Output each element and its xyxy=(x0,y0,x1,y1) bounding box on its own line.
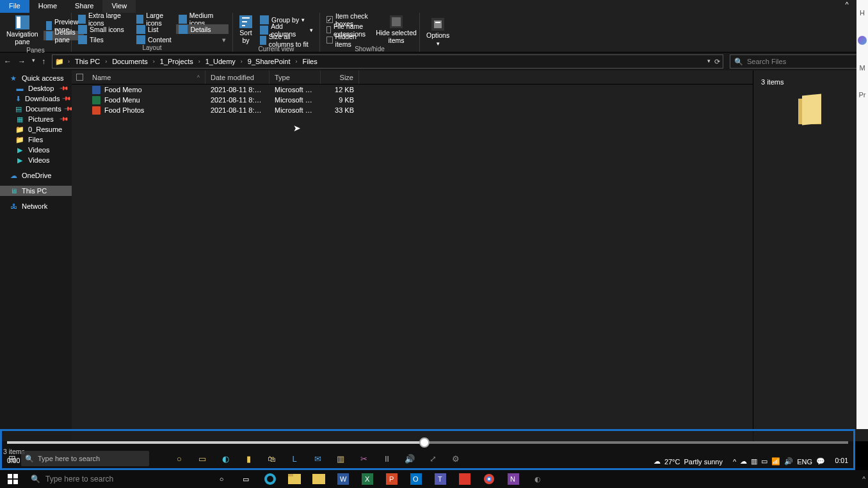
sidebar-folder-files[interactable]: 📁Files xyxy=(0,134,72,145)
task-view-icon[interactable]: ▭ xyxy=(234,470,257,488)
column-date[interactable]: Date modified xyxy=(205,70,269,84)
view-tiles[interactable]: Tiles xyxy=(76,35,134,44)
sidebar-folder-resume[interactable]: 📁0_Resume xyxy=(0,124,72,134)
video-seek-bar[interactable] xyxy=(7,441,848,444)
options-button[interactable]: Options ▾ xyxy=(424,14,452,51)
sidebar-downloads[interactable]: ⬇Downloads📌 xyxy=(0,94,72,104)
up-button[interactable]: ↑ xyxy=(42,57,45,66)
explorer-icon[interactable] xyxy=(283,470,306,488)
tray-chevron-icon[interactable]: ^ xyxy=(733,458,736,466)
sort-by-button[interactable]: Sort by xyxy=(237,14,255,45)
navigation-pane-button[interactable]: Navigation pane xyxy=(4,14,41,47)
explorer-icon[interactable] xyxy=(307,470,330,488)
svg-rect-11 xyxy=(13,480,18,484)
view-details[interactable]: Details xyxy=(176,24,229,34)
sidebar-network[interactable]: 🖧Network xyxy=(0,201,72,211)
wifi-icon[interactable]: 📶 xyxy=(771,457,780,466)
breadcrumb[interactable]: Documents xyxy=(111,58,149,65)
breadcrumb[interactable]: 1_Projects xyxy=(159,58,195,65)
breadcrumb[interactable]: Files xyxy=(301,58,319,65)
app-icon[interactable]: ◐ xyxy=(526,470,549,488)
view-content[interactable]: Content xyxy=(134,35,176,44)
tray-chevron-icon[interactable]: ^ xyxy=(862,476,865,483)
app-icon[interactable]: ▥ xyxy=(335,453,346,464)
app-icon[interactable]: ✂ xyxy=(358,453,369,464)
view-small-icons[interactable]: Small icons xyxy=(76,24,134,34)
search-input[interactable]: 🔍 Search Files xyxy=(730,54,864,69)
view-extra-large-icons[interactable]: Extra large icons xyxy=(76,14,134,24)
tab-share[interactable]: Share xyxy=(66,0,102,13)
language-indicator[interactable]: ENG xyxy=(797,458,812,466)
notification-icon[interactable]: 💬 xyxy=(816,457,825,466)
sidebar-documents[interactable]: ▤Documents📌 xyxy=(0,104,72,114)
layout-more-icon[interactable]: ▾ xyxy=(176,35,229,44)
play-pause-icon[interactable]: ⏸ xyxy=(381,453,392,464)
volume-tray-icon[interactable]: 🔊 xyxy=(784,457,793,466)
tab-view[interactable]: View xyxy=(102,0,136,13)
file-row[interactable]: Food Photos 2021-08-11 8:29 PM Microsoft… xyxy=(72,105,753,115)
file-row[interactable]: Food Memo 2021-08-11 8:28 PM Microsoft W… xyxy=(72,85,753,95)
fullscreen-icon[interactable]: ⤢ xyxy=(427,453,438,464)
onenote-icon[interactable]: N xyxy=(502,470,525,488)
address-bar[interactable]: 📁 › This PC› Documents› 1_Projects› 1_Ud… xyxy=(52,54,723,69)
breadcrumb[interactable]: 9_SharePoint xyxy=(246,58,292,65)
file-list[interactable]: Name^ Date modified Type Size Food Memo … xyxy=(72,70,753,441)
view-medium-icons[interactable]: Medium icons xyxy=(176,14,229,24)
view-list[interactable]: List xyxy=(134,24,176,34)
battery-icon[interactable]: ▭ xyxy=(761,457,768,466)
cortana-icon[interactable]: ○ xyxy=(173,453,185,464)
settings-icon[interactable]: ⚙ xyxy=(450,453,462,464)
sidebar-pictures[interactable]: ▦Pictures📌 xyxy=(0,114,72,124)
seek-thumb[interactable] xyxy=(419,437,430,448)
breadcrumb[interactable]: This PC xyxy=(74,58,101,65)
file-row[interactable]: Food Menu 2021-08-11 8:29 PM Microsoft E… xyxy=(72,95,753,105)
chevron-up-icon[interactable]: ^ xyxy=(842,0,851,9)
start-button[interactable] xyxy=(0,470,26,488)
word-icon[interactable]: W xyxy=(332,470,355,488)
back-button[interactable]: ← xyxy=(4,57,12,66)
column-type[interactable]: Type xyxy=(269,70,321,84)
address-dropdown-icon[interactable]: ▾ xyxy=(707,58,711,66)
volume-icon[interactable]: 🔊 xyxy=(404,453,415,464)
store-icon[interactable]: 🛍 xyxy=(266,453,277,464)
powerpoint-icon[interactable]: P xyxy=(380,470,403,488)
edge-icon[interactable]: ◐ xyxy=(220,453,231,464)
outlook-icon[interactable]: O xyxy=(405,470,428,488)
forward-button[interactable]: → xyxy=(18,57,26,66)
tray-icon[interactable]: ▥ xyxy=(751,457,757,466)
sidebar-desktop[interactable]: ▬Desktop📌 xyxy=(0,83,72,94)
sidebar-quick-access[interactable]: ★Quick access xyxy=(0,73,72,83)
sidebar-videos[interactable]: ▶Videos xyxy=(0,145,72,155)
chrome-icon[interactable] xyxy=(478,470,501,488)
app-icon[interactable]: L xyxy=(289,453,300,464)
explorer-icon[interactable]: ▮ xyxy=(243,453,254,464)
panel-letter: H xyxy=(860,9,865,17)
tab-file[interactable]: File xyxy=(0,0,29,13)
sidebar-this-pc[interactable]: 🖥This PC xyxy=(0,186,72,196)
taskbar-search[interactable]: 🔍 Type here to search xyxy=(26,470,205,488)
hide-selected-items-button[interactable]: Hide selected items xyxy=(373,14,419,45)
task-view-icon[interactable]: ▭ xyxy=(197,453,208,464)
tab-home[interactable]: Home xyxy=(29,0,66,13)
sidebar-videos[interactable]: ▶Videos xyxy=(0,155,72,165)
windows-start-icon[interactable]: ⊞ xyxy=(8,453,16,464)
breadcrumb[interactable]: 1_Udemy xyxy=(204,58,237,65)
edge-icon[interactable] xyxy=(259,470,282,488)
onedrive-tray-icon[interactable]: ☁ xyxy=(740,457,747,466)
hidden-items-toggle[interactable]: Hidden items xyxy=(324,35,371,45)
select-all-checkbox[interactable] xyxy=(76,74,83,81)
mail-icon[interactable]: ✉ xyxy=(312,453,323,464)
view-large-icons[interactable]: Large icons xyxy=(134,14,176,24)
inner-taskbar-search[interactable]: 🔍 Type here to search xyxy=(21,451,149,466)
column-size[interactable]: Size xyxy=(321,70,359,84)
column-name[interactable]: Name^ xyxy=(87,70,205,84)
cortana-icon[interactable]: ○ xyxy=(210,470,233,488)
teams-icon[interactable]: T xyxy=(429,470,452,488)
refresh-icon[interactable]: ⟳ xyxy=(714,58,720,66)
sidebar-onedrive[interactable]: ☁OneDrive xyxy=(0,170,72,181)
recent-dropdown[interactable]: ▾ xyxy=(32,57,35,66)
excel-icon[interactable]: X xyxy=(356,470,379,488)
size-columns-fit-button[interactable]: Size all columns to fit xyxy=(257,35,316,45)
app-icon[interactable] xyxy=(453,470,476,488)
powerpoint-icon xyxy=(92,106,100,115)
